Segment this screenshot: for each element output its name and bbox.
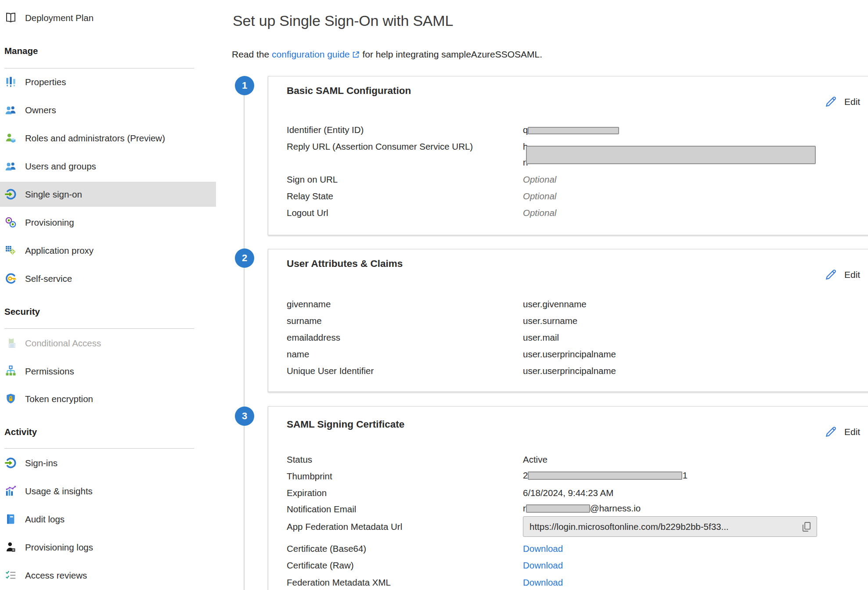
logout-url-label: Logout Url [287,208,328,218]
thumbprint-value: 21 [523,470,688,481]
sidebar-item-label: Application proxy [25,245,94,256]
thumbprint-visible-prefix: 2 [523,470,528,480]
properties-icon [4,76,17,88]
role-person-cube-icon [4,132,17,144]
claim-row-label: name [287,349,309,360]
notification-email-label: Notification Email [287,504,356,514]
app-federation-metadata-url-label: App Federation Metadata Url [287,522,402,532]
basic-saml-configuration-card: Basic SAML Configuration Edit Identifier… [268,76,868,235]
pencil-icon [824,425,838,439]
claim-row-value: user.userprincipalname [523,366,616,376]
claim-row-label: Unique User Identifier [287,366,374,376]
edit-label: Edit [844,97,860,107]
self-service-icon [4,273,17,285]
user-attributes-claims-card: User Attributes & Claims Edit givenname … [268,249,868,392]
sidebar-item-label: Sign-ins [25,458,58,468]
redaction-box [526,504,590,513]
sidebar-item-label: Audit logs [25,514,65,525]
sidebar-item-self-service[interactable]: Self-service [0,266,216,291]
sidebar-item-sign-ins[interactable]: Sign-ins [0,450,216,475]
sidebar-item-owners[interactable]: Owners [0,97,216,122]
thumbprint-visible-suffix: 1 [682,470,687,480]
sidebar-item-properties[interactable]: Properties [0,69,216,94]
federation-metadata-xml-label: Federation Metadata XML [287,577,391,588]
claim-row-value: user.givenname [523,299,587,309]
claim-row-label: surname [287,316,322,326]
redaction-box [528,127,619,134]
claim-row-value: user.mail [523,332,559,343]
expiration-value: 6/18/2024, 9:44:23 AM [523,488,613,498]
edit-basic-saml-button[interactable]: Edit [824,95,860,108]
audit-logs-icon [4,513,17,525]
owners-icon [4,104,17,116]
step-badge-3: 3 [235,407,254,426]
sidebar-item-access-reviews[interactable]: Access reviews [0,563,216,588]
sidebar-item-single-sign-on[interactable]: Single sign-on [0,182,216,207]
identifier-value: q [523,125,619,135]
sign-on-url-value: Optional [523,174,556,185]
sidebar-item-audit-logs[interactable]: Audit logs [0,507,216,532]
intro-prefix: Read the [232,49,269,59]
sidebar-item-label: Conditional Access [25,338,101,349]
sidebar-item-label: Owners [25,105,56,115]
sidebar-item-label: Token encryption [25,394,93,404]
edit-signing-certificate-button[interactable]: Edit [824,425,860,439]
redaction-box [526,146,816,164]
sidebar: Deployment Plan Manage Properties Owners… [0,0,216,590]
sidebar-item-application-proxy[interactable]: Application proxy [0,238,216,263]
provisioning-logs-icon [4,541,17,554]
sidebar-item-label: Self-service [25,273,72,284]
intro-suffix: for help integrating sampleAzureSSOSAML. [362,49,542,59]
relay-state-label: Relay State [287,191,333,201]
configuration-guide-link[interactable]: configuration guide [272,49,349,59]
certificate-base64-download-link[interactable]: Download [523,543,563,554]
permissions-icon [4,365,17,378]
pencil-icon [824,268,838,281]
page-title: Set up Single Sign-On with SAML [233,12,453,29]
copy-icon[interactable] [802,522,811,532]
claim-row-value: user.surname [523,316,577,326]
single-sign-on-icon [4,188,17,201]
sidebar-item-label: Access reviews [25,570,87,581]
claim-row-value: user.userprincipalname [523,349,616,360]
divider [4,448,194,449]
sidebar-item-users-and-groups[interactable]: Users and groups [0,154,216,179]
sidebar-item-label: Users and groups [25,161,96,172]
sidebar-item-label: Provisioning [25,217,74,228]
federation-metadata-xml-download-link[interactable]: Download [523,577,563,588]
claim-row-label: emailaddress [287,332,340,343]
step-badge-1: 1 [235,76,254,95]
divider [4,328,194,329]
pencil-icon [824,95,838,108]
sidebar-item-label: Usage & insights [25,486,93,496]
certificate-base64-label: Certificate (Base64) [287,543,366,554]
sidebar-item-provisioning[interactable]: Provisioning [0,210,216,235]
thumbprint-label: Thumbprint [287,471,332,482]
token-encryption-icon [4,393,17,405]
sidebar-item-label: Properties [25,77,66,87]
sidebar-item-conditional-access: Conditional Access [0,331,216,356]
sidebar-item-label: Deployment Plan [25,13,94,23]
provisioning-icon [4,216,17,229]
sidebar-item-roles-administrators[interactable]: Roles and administrators (Preview) [0,126,216,151]
sidebar-item-label: Provisioning logs [25,542,93,553]
certificate-raw-label: Certificate (Raw) [287,560,354,571]
sidebar-item-usage-insights[interactable]: Usage & insights [0,478,216,504]
sidebar-item-permissions[interactable]: Permissions [0,359,216,384]
edit-label: Edit [844,427,860,437]
certificate-raw-download-link[interactable]: Download [523,560,563,571]
email-visible-prefix: r [523,503,526,513]
card-title: User Attributes & Claims [287,258,403,270]
sidebar-item-token-encryption[interactable]: Token encryption [0,386,216,411]
sidebar-item-label: Roles and administrators (Preview) [25,133,165,144]
app-federation-metadata-url-field[interactable]: https://login.microsoftonline.com/b229b2… [523,516,817,537]
status-value: Active [523,454,547,465]
sidebar-item-provisioning-logs[interactable]: Provisioning logs [0,535,216,560]
relay-state-value: Optional [523,191,556,201]
sidebar-item-label: Permissions [25,366,74,377]
sidebar-item-deployment-plan[interactable]: Deployment Plan [0,5,216,30]
sidebar-item-label: Single sign-on [25,189,82,200]
sign-ins-icon [4,457,17,469]
external-link-icon[interactable] [350,49,360,59]
edit-user-attributes-button[interactable]: Edit [824,268,860,281]
